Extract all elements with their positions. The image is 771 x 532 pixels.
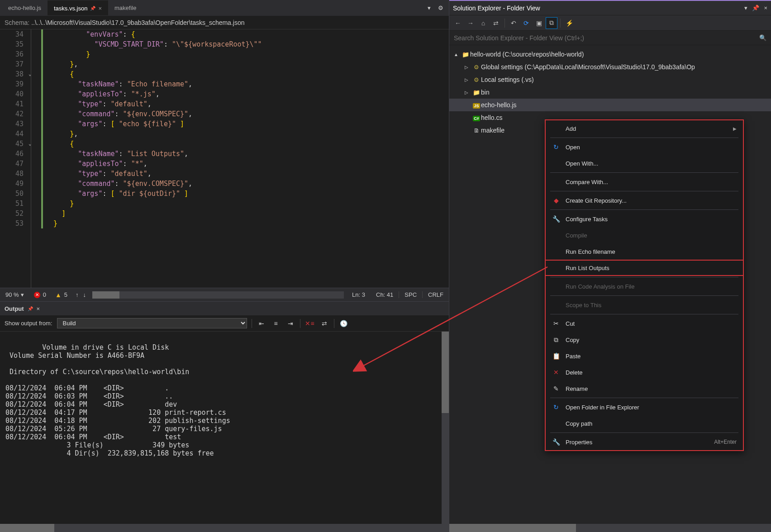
menu-item-icon: ◆ <box>552 197 560 204</box>
indent-center-icon[interactable]: ≡ <box>271 318 281 328</box>
nav-down-icon[interactable]: ↓ <box>83 291 86 298</box>
tree-item[interactable]: ▷📁bin <box>449 86 771 99</box>
solution-explorer-header: Solution Explorer - Folder View ▾ 📌 × <box>449 0 771 15</box>
output-body[interactable]: Volume in drive C is Local Disk Volume S… <box>0 332 449 524</box>
tab-overflow-icon[interactable]: ▾ <box>424 5 434 11</box>
indent-right-icon[interactable]: ⇥ <box>286 318 295 328</box>
menu-item: Scope to This <box>546 297 743 313</box>
line-indicator[interactable]: Ln: 3 <box>352 291 365 298</box>
switch-view-icon[interactable]: ⇄ <box>490 17 502 29</box>
menu-item[interactable]: 🔧PropertiesAlt+Enter <box>546 434 743 450</box>
menu-item-icon: ✎ <box>552 385 560 392</box>
zoom-level[interactable]: 90 %▾ <box>0 291 29 298</box>
clear-output-icon[interactable]: ✕≡ <box>305 318 315 328</box>
tree-item[interactable]: ▲📁hello-world (C:\source\repos\hello-wor… <box>449 48 771 61</box>
forward-icon[interactable]: → <box>465 17 476 29</box>
cs-file-icon: C# <box>472 114 481 121</box>
search-icon[interactable]: 🔍 <box>759 34 766 41</box>
code-editor[interactable]: 3435363738394041424344454647484950515253… <box>0 29 449 288</box>
menu-item[interactable]: Run Echo filename <box>546 243 743 260</box>
menu-item-label: Compare With... <box>566 179 737 185</box>
output-panel-title: Output <box>5 305 24 312</box>
menu-item[interactable]: ✕Delete <box>546 364 743 380</box>
context-menu[interactable]: Add▶↻OpenOpen With...Compare With...◆Cre… <box>545 119 744 451</box>
output-v-scrollbar[interactable] <box>442 332 449 524</box>
menu-item-label: Properties <box>566 439 709 446</box>
tree-item[interactable]: ▷⚙Local settings (.vs) <box>449 73 771 86</box>
menu-item[interactable]: Compare With... <box>546 174 743 190</box>
js-file-icon: JS <box>472 102 481 109</box>
home-icon[interactable]: ⌂ <box>477 17 489 29</box>
back-icon[interactable]: ← <box>452 17 464 29</box>
editor-settings-icon[interactable]: ⚙ <box>434 5 447 11</box>
menu-item[interactable]: ↻Open <box>546 139 743 155</box>
menu-item[interactable]: Open With... <box>546 155 743 171</box>
tree-item-label: hello.cs <box>481 114 502 121</box>
menu-item[interactable]: Add▶ <box>546 120 743 137</box>
menu-item-label: Open With... <box>566 160 737 167</box>
output-source-select[interactable]: Build <box>57 318 247 328</box>
tree-item[interactable]: ▷⚙Global settings (C:\AppData\Local\Micr… <box>449 61 771 73</box>
pin-icon[interactable]: 📌 <box>90 6 95 11</box>
tree-item-label: makefile <box>481 127 504 134</box>
menu-item-label: Copy <box>566 337 737 343</box>
se-pin-icon[interactable]: 📌 <box>752 5 759 11</box>
menu-item-icon: 📋 <box>552 352 560 360</box>
se-dropdown-icon[interactable]: ▾ <box>744 5 747 11</box>
indent-left-icon[interactable]: ⇤ <box>257 318 267 328</box>
eol-indicator[interactable]: CRLF <box>428 291 443 298</box>
menu-item-label: Scope to This <box>566 302 737 309</box>
collapse-icon[interactable]: ▣ <box>533 17 545 29</box>
settings-icon: ⚙ <box>472 64 481 71</box>
menu-item[interactable]: ◆Create Git Repository... <box>546 192 743 209</box>
tab-tasks-json[interactable]: tasks.vs.json 📌 × <box>48 0 108 15</box>
editor-h-scrollbar[interactable] <box>92 291 344 299</box>
panel-close-icon[interactable]: × <box>37 305 40 312</box>
menu-item-shortcut: Alt+Enter <box>714 439 737 445</box>
menu-item-icon: 🔧 <box>552 215 560 223</box>
menu-item[interactable]: ✎Rename <box>546 380 743 397</box>
menu-item-label: Compile <box>566 232 737 239</box>
schema-label: Schema: <box>5 19 29 26</box>
menu-item[interactable]: ✂Cut <box>546 315 743 332</box>
menu-item-icon: ⧉ <box>552 336 560 344</box>
output-source-label: Show output from: <box>5 320 52 327</box>
menu-item-icon: ↻ <box>552 404 560 411</box>
menu-item[interactable]: 🔧Configure Tasks <box>546 211 743 227</box>
menu-item[interactable]: 📋Paste <box>546 348 743 364</box>
tree-h-scrollbar[interactable] <box>449 524 771 532</box>
menu-item-label: Run Code Analysis on File <box>566 283 737 290</box>
tab-echo-hello[interactable]: echo-hello.js <box>2 1 48 15</box>
folder-icon: 📁 <box>461 51 470 58</box>
menu-item-icon: ✕ <box>552 369 560 376</box>
file-icon: 🗎 <box>472 127 481 134</box>
tree-item[interactable]: JSecho-hello.js <box>449 99 771 111</box>
se-search[interactable]: 🔍 <box>449 31 771 45</box>
error-count[interactable]: ✕0 <box>29 291 51 298</box>
time-icon[interactable]: 🕓 <box>339 318 349 328</box>
filter-icon[interactable]: ⚡ <box>563 17 575 29</box>
menu-item-label: Add <box>566 125 728 132</box>
menu-item[interactable]: Copy path <box>546 415 743 432</box>
output-h-scrollbar[interactable] <box>0 524 449 532</box>
menu-item[interactable]: ⧉Copy <box>546 332 743 348</box>
folder-view-icon[interactable]: ⧉ <box>546 17 557 29</box>
editor-tabs: echo-hello.js tasks.vs.json 📌 × makefile… <box>0 0 449 16</box>
se-search-input[interactable] <box>454 34 759 42</box>
menu-item-label: Rename <box>566 385 737 392</box>
tab-makefile[interactable]: makefile <box>108 1 143 15</box>
undo-icon[interactable]: ↶ <box>508 17 519 29</box>
col-indicator[interactable]: Ch: 41 <box>376 291 393 298</box>
se-close-icon[interactable]: × <box>764 5 767 11</box>
refresh-icon[interactable]: ⟳ <box>520 17 532 29</box>
panel-pin-icon[interactable]: 📌 <box>28 306 33 311</box>
menu-item[interactable]: ↻Open Folder in File Explorer <box>546 399 743 415</box>
close-icon[interactable]: × <box>98 5 102 12</box>
nav-up-icon[interactable]: ↑ <box>76 291 79 298</box>
menu-item: Run Code Analysis on File <box>546 278 743 294</box>
tree-item-label: echo-hello.js <box>481 101 517 109</box>
wrap-icon[interactable]: ⇄ <box>319 318 329 328</box>
warning-count[interactable]: ▲5 <box>51 291 72 299</box>
menu-item[interactable]: Run List Outputs <box>545 260 744 276</box>
indent-indicator[interactable]: SPC <box>405 291 417 298</box>
